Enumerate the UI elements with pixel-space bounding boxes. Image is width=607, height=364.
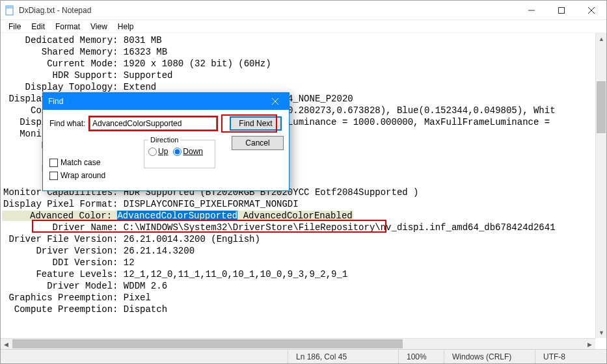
- editor-viewport: Dedicated Memory: 8031 MB Shared Memory:…: [1, 33, 606, 349]
- window-title: DxDiag.txt - Notepad: [19, 6, 91, 15]
- direction-up[interactable]: Up: [148, 147, 168, 156]
- find-titlebar[interactable]: Find: [43, 93, 289, 110]
- cancel-button[interactable]: Cancel: [232, 136, 284, 150]
- titlebar[interactable]: DxDiag.txt - Notepad: [1, 1, 606, 20]
- text-line: reen(0.280273,0.673828), Blue(0.152344,0…: [260, 105, 556, 116]
- statusbar: Ln 186, Col 45 100% Windows (CRLF) UTF-8: [1, 349, 606, 363]
- find-next-button[interactable]: Find Next: [230, 116, 282, 131]
- text-line: , Max Luminance = 1000.000000, MaxFullFr…: [254, 117, 555, 127]
- text-line: Advanced Color: AdvancedColorSupported A…: [2, 211, 353, 221]
- text-line: Current Mode: 1920 x 1080 (32 bit) (60Hz…: [3, 58, 271, 69]
- menu-file[interactable]: File: [3, 21, 26, 32]
- svg-rect-2: [6, 6, 13, 8]
- scroll-left-icon[interactable]: ◀: [1, 339, 12, 349]
- text-line: Driver File Version: 26.21.0014.3200 (En…: [3, 234, 260, 244]
- find-what-label: Find what:: [49, 119, 90, 128]
- status-zoom: 100%: [398, 350, 444, 363]
- text-line: HDR Support: Supported: [3, 70, 172, 81]
- status-position: Ln 186, Col 45: [288, 350, 398, 363]
- direction-label: Direction: [148, 136, 180, 144]
- text-line: DDI Version: 12: [3, 257, 135, 268]
- text-line: Driver Name: C:\WINDOWS\System32\DriverS…: [3, 222, 556, 233]
- svg-rect-4: [559, 7, 565, 13]
- text-line: Feature Levels: 12_1,12_0,11_1,11_0,10_1…: [3, 269, 347, 280]
- text-line: Display Pixel Format: DISPLAYCONFIG_PIXE…: [3, 199, 299, 209]
- direction-down[interactable]: Down: [173, 147, 203, 156]
- find-dialog[interactable]: Find Find what: Find Next Cancel: [42, 92, 290, 191]
- horizontal-scroll-thumb[interactable]: [12, 339, 403, 348]
- minimize-button[interactable]: [517, 1, 546, 20]
- wrap-around-option[interactable]: Wrap around: [49, 171, 284, 180]
- menu-help[interactable]: Help: [113, 21, 139, 32]
- wrap-around-checkbox[interactable]: [49, 172, 58, 180]
- selected-text: AdvancedColorSupported: [117, 211, 237, 221]
- close-button[interactable]: [576, 1, 606, 20]
- notepad-window: DxDiag.txt - Notepad File Edit Format Vi…: [0, 0, 607, 364]
- find-what-input[interactable]: [90, 117, 217, 130]
- match-case-checkbox[interactable]: [49, 159, 58, 167]
- find-close-button[interactable]: [262, 93, 289, 110]
- status-encoding: UTF-8: [535, 350, 606, 363]
- direction-up-radio[interactable]: [148, 148, 157, 156]
- menu-edit[interactable]: Edit: [26, 21, 50, 32]
- text-line: Graphics Preemption: Pixel: [3, 292, 151, 303]
- menu-format[interactable]: Format: [50, 21, 85, 32]
- vertical-scrollbar[interactable]: ▲ ▼: [595, 33, 606, 338]
- text-line: Driver Version: 26.21.14.3200: [3, 246, 195, 256]
- scroll-down-icon[interactable]: ▼: [596, 327, 606, 338]
- scroll-up-icon[interactable]: ▲: [596, 33, 606, 44]
- text-line: Display Topology: Extend: [3, 82, 156, 92]
- text-line: Compute Preemption: Dispatch: [3, 304, 167, 315]
- text-editor[interactable]: Dedicated Memory: 8031 MB Shared Memory:…: [1, 33, 606, 349]
- text-line: Shared Memory: 16323 MB: [3, 47, 167, 57]
- direction-down-radio[interactable]: [173, 148, 182, 156]
- text-line: Dedicated Memory: 8031 MB: [3, 35, 162, 46]
- horizontal-scrollbar[interactable]: ◀ ▶: [1, 338, 595, 349]
- notepad-icon: [5, 5, 15, 16]
- close-icon: [272, 98, 278, 105]
- status-eol: Windows (CRLF): [444, 350, 535, 363]
- menubar: File Edit Format View Help: [1, 20, 606, 33]
- text-line: Driver Model: WDDM 2.6: [3, 281, 167, 291]
- menu-view[interactable]: View: [85, 21, 113, 32]
- vertical-scroll-thumb[interactable]: [597, 81, 606, 133]
- scroll-right-icon[interactable]: ▶: [584, 339, 595, 349]
- direction-group: Direction Up Down: [144, 140, 215, 168]
- find-title: Find: [48, 97, 63, 106]
- maximize-button[interactable]: [546, 1, 576, 20]
